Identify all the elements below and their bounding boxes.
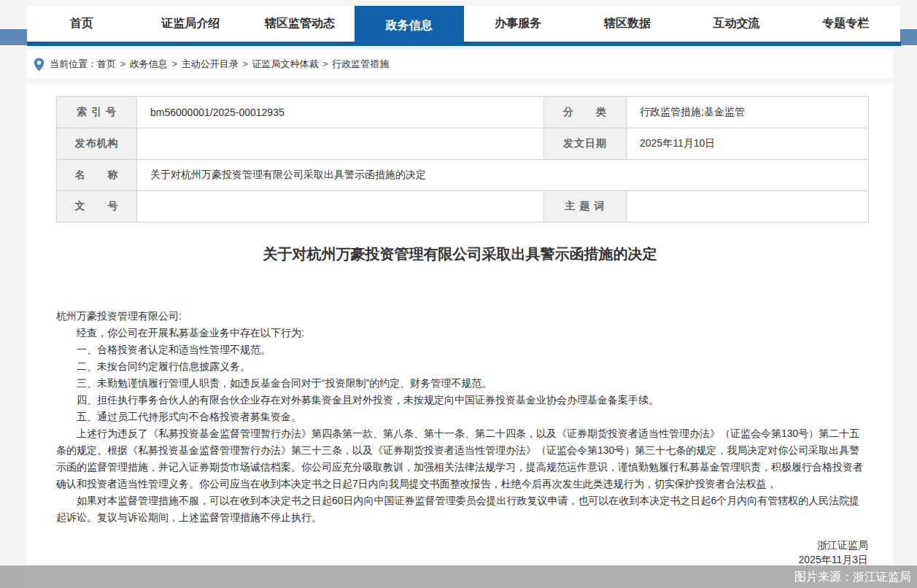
meta-value-category: 行政监管措施;基金监管: [627, 97, 869, 128]
table-row: 名 称 关于对杭州万豪投资管理有限公司采取出具警示函措施的决定: [57, 160, 869, 191]
tab-interaction[interactable]: 互动交流: [682, 6, 792, 42]
meta-value-index-number: bm56000001/2025-00012935: [137, 97, 544, 128]
breadcrumb-link[interactable]: 行政监管措施: [332, 58, 389, 69]
breadcrumb-separator: >: [320, 58, 330, 69]
page: 首页证监局介绍辖区监管动态政务信息办事服务辖区数据互动交流专题专栏 当前位置： …: [0, 0, 917, 588]
image-credit-text: 图片来源：浙江证监局: [794, 570, 911, 583]
breadcrumb-link[interactable]: 证监局文种体裁: [252, 58, 318, 69]
document-paragraph: 五、通过员工代持形式向不合格投资者募集资金。: [56, 409, 868, 425]
meta-value-issuing-agency: [137, 128, 544, 160]
page-title: 关于对杭州万豪投资管理有限公司采取出具警示函措施的决定: [27, 244, 893, 264]
document-paragraph: 四、担任执行事务合伙人的有限合伙企业存在对外募集资金且对外投资，未按规定向中国证…: [56, 392, 868, 409]
main-navigation: 首页证监局介绍辖区监管动态政务信息办事服务辖区数据互动交流专题专栏: [27, 6, 900, 42]
tab-gov-info[interactable]: 政务信息: [355, 6, 464, 46]
meta-label-index-number: 索 引 号: [57, 97, 137, 128]
document-paragraph: 经查，你公司在开展私募基金业务中存在以下行为:: [56, 325, 868, 341]
tab-region-data[interactable]: 辖区数据: [573, 6, 682, 42]
image-credit-bar: 图片来源：浙江证监局: [0, 565, 917, 588]
table-row: 发布机构 发文日期 2025年11月10日: [57, 128, 869, 160]
signature-date: 2025年11月3日: [27, 552, 868, 567]
meta-value-issue-date: 2025年11月10日: [627, 128, 869, 160]
meta-label-category: 分 类: [544, 97, 627, 128]
table-row: 索 引 号 bm56000001/2025-00012935 分 类 行政监管措…: [57, 97, 869, 128]
signature-org: 浙江证监局: [27, 538, 868, 552]
nav-underline-strip: [27, 42, 901, 46]
tab-about[interactable]: 证监局介绍: [136, 6, 246, 42]
document-paragraph: 如果对本监督管理措施不服，可以在收到本决定书之日起60日内向中国证券监督管理委员…: [56, 492, 868, 526]
document-paragraph: 三、未勤勉谨慎履行管理人职责，如违反基金合同对于“投资限制”的约定、财务管理不规…: [56, 375, 868, 392]
meta-label-subject-words: 主 题 词: [544, 191, 627, 223]
tab-home[interactable]: 首页: [27, 6, 136, 42]
breadcrumb-label: 当前位置：: [50, 58, 97, 71]
breadcrumb-link[interactable]: 政务信息: [130, 58, 168, 69]
document-paragraph: 上述行为违反了《私募投资基金监督管理暂行办法》第四条第一款、第八条、第十一条、第…: [56, 425, 868, 492]
document-card: 索 引 号 bm56000001/2025-00012935 分 类 行政监管措…: [27, 84, 893, 588]
meta-value-subject-words: [627, 191, 869, 223]
meta-label-issuing-agency: 发布机构: [57, 128, 137, 160]
breadcrumb-separator: >: [169, 58, 180, 69]
table-row: 文 号 主 题 词: [57, 191, 869, 223]
document-body: 杭州万豪投资管理有限公司:经查，你公司在开展私募基金业务中存在以下行为:一、合格…: [56, 308, 868, 526]
breadcrumb-separator: >: [117, 58, 128, 69]
meta-label-document-number: 文 号: [57, 191, 137, 223]
location-pin-icon: [34, 58, 45, 71]
tab-dynamics[interactable]: 辖区监管动态: [245, 6, 355, 42]
meta-label-name: 名 称: [57, 160, 137, 191]
document-paragraph: 二、未按合同约定履行信息披露义务。: [56, 358, 868, 375]
document-paragraph: 一、合格投资者认定和适当性管理不规范。: [56, 341, 868, 358]
breadcrumb: 当前位置： 首页 > 政务信息 > 主动公开目录 > 证监局文种体裁 > 行政监…: [27, 50, 893, 79]
tab-special[interactable]: 专题专栏: [791, 6, 900, 42]
meta-label-issue-date: 发文日期: [544, 128, 627, 160]
breadcrumb-separator: >: [240, 58, 251, 69]
tab-services[interactable]: 办事服务: [464, 6, 573, 42]
meta-value-document-number: [137, 191, 544, 223]
breadcrumb-items: 首页 > 政务信息 > 主动公开目录 > 证监局文种体裁 > 行政监管措施: [97, 58, 389, 71]
breadcrumb-link[interactable]: 主动公开目录: [182, 58, 239, 69]
breadcrumb-link[interactable]: 首页: [97, 58, 116, 69]
meta-value-name: 关于对杭州万豪投资管理有限公司采取出具警示函措施的决定: [137, 160, 869, 191]
document-paragraph: 杭州万豪投资管理有限公司:: [56, 308, 868, 325]
document-meta-table: 索 引 号 bm56000001/2025-00012935 分 类 行政监管措…: [56, 96, 869, 223]
signature-block: 浙江证监局 2025年11月3日: [27, 538, 868, 567]
